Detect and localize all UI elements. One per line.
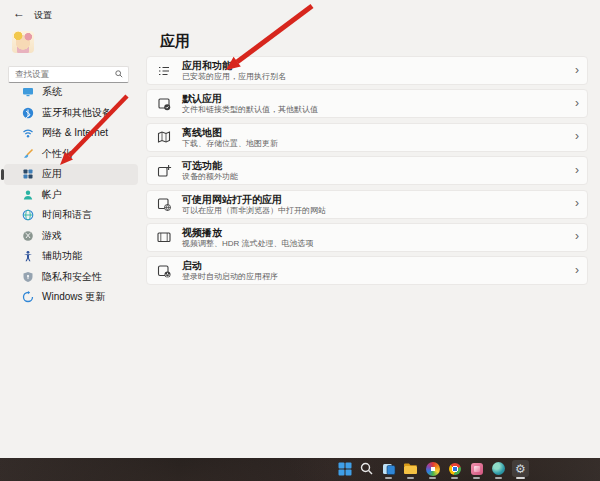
setting-subtitle: 文件和链接类型的默认值，其他默认值: [182, 105, 318, 114]
setting-subtitle: 下载、存储位置、地图更新: [182, 139, 278, 148]
sidebar-item-label: 辅助功能: [42, 249, 82, 263]
taskbar: ⚙: [0, 458, 600, 481]
setting-text: 视频播放 视频调整、HDR 流式处理、电池选项: [182, 227, 314, 248]
file-explorer-button[interactable]: [402, 460, 419, 477]
start-button[interactable]: [336, 460, 353, 477]
photos-app-button[interactable]: [468, 460, 485, 477]
task-view-button[interactable]: [380, 460, 397, 477]
back-button[interactable]: ←: [13, 6, 25, 20]
taskbar-icons: ⚙: [336, 460, 529, 477]
optional-features-icon: [156, 163, 172, 179]
search-input[interactable]: [15, 67, 107, 80]
shield-icon: [22, 271, 34, 283]
chevron-right-icon: ›: [575, 96, 579, 110]
sidebar-item-accessibility[interactable]: 辅助功能: [4, 246, 138, 267]
color-wheel-icon: [426, 462, 440, 476]
setting-text: 默认应用 文件和链接类型的默认值，其他默认值: [182, 93, 318, 114]
setting-row-offline-maps[interactable]: 离线地图 下载、存储位置、地图更新 ›: [146, 123, 588, 152]
sidebar-item-label: 个性化: [42, 147, 72, 161]
sidebar-item-label: 网络 & Internet: [42, 126, 108, 140]
setting-row-default-apps[interactable]: 默认应用 文件和链接类型的默认值，其他默认值 ›: [146, 89, 588, 118]
sidebar-item-label: 蓝牙和其他设备: [42, 106, 112, 120]
sidebar-item-label: 时间和语言: [42, 208, 92, 222]
sidebar-item-accounts[interactable]: 帐户: [4, 185, 138, 206]
user-avatar[interactable]: [12, 31, 34, 53]
settings-window: ← 设置 系统 蓝牙和其他设备: [0, 0, 600, 458]
window-title: 设置: [34, 9, 52, 22]
search-icon: [360, 462, 373, 475]
sidebar-item-system[interactable]: 系统: [4, 82, 138, 103]
sidebar-item-label: 应用: [42, 167, 62, 181]
accessibility-icon: [22, 250, 34, 262]
setting-title: 离线地图: [182, 127, 278, 138]
setting-text: 启动 登录时自动启动的应用程序: [182, 260, 278, 281]
search-icon: [115, 70, 123, 78]
apps-icon: [22, 168, 34, 180]
setting-text: 离线地图 下载、存储位置、地图更新: [182, 127, 278, 148]
taskbar-search-button[interactable]: [358, 460, 375, 477]
setting-title: 可选功能: [182, 160, 238, 171]
setting-subtitle: 已安装的应用，应用执行别名: [182, 72, 286, 81]
system-icon: [22, 86, 34, 98]
sidebar-item-windows-update[interactable]: Windows 更新: [4, 287, 138, 308]
setting-row-apps-features[interactable]: 应用和功能 已安装的应用，应用执行别名 ›: [146, 56, 588, 85]
update-icon: [22, 291, 34, 303]
sidebar-item-time-language[interactable]: 时间和语言: [4, 205, 138, 226]
startup-icon: [156, 263, 172, 279]
sidebar-item-label: 游戏: [42, 229, 62, 243]
gear-icon: ⚙: [515, 463, 526, 475]
sidebar-item-apps[interactable]: 应用: [4, 164, 138, 185]
settings-search-box[interactable]: [8, 66, 129, 83]
sidebar-item-label: Windows 更新: [42, 290, 105, 304]
task-view-icon: [382, 462, 396, 476]
chevron-right-icon: ›: [575, 62, 579, 76]
sidebar-item-bluetooth-devices[interactable]: 蓝牙和其他设备: [4, 103, 138, 124]
teal-app-icon: [492, 462, 505, 475]
video-playback-icon: [156, 229, 172, 245]
setting-text: 应用和功能 已安装的应用，应用执行别名: [182, 60, 286, 81]
person-icon: [22, 189, 34, 201]
folder-icon: [403, 462, 418, 475]
chevron-right-icon: ›: [575, 129, 579, 143]
setting-text: 可使用网站打开的应用 可以在应用（而非浏览器）中打开的网站: [182, 194, 326, 215]
page-title: 应用: [160, 32, 190, 51]
xbox-icon: [22, 230, 34, 242]
wifi-icon: [22, 127, 34, 139]
teal-app-button[interactable]: [490, 460, 507, 477]
offline-maps-icon: [156, 129, 172, 145]
globe-clock-icon: [22, 209, 34, 221]
setting-row-optional-features[interactable]: 可选功能 设备的额外功能 ›: [146, 156, 588, 185]
setting-subtitle: 可以在应用（而非浏览器）中打开的网站: [182, 206, 326, 215]
sidebar-item-privacy-security[interactable]: 隐私和安全性: [4, 267, 138, 288]
sidebar-item-label: 系统: [42, 85, 62, 99]
sidebar-item-label: 帐户: [42, 188, 62, 202]
sidebar-item-network-internet[interactable]: 网络 & Internet: [4, 123, 138, 144]
chrome-browser-button[interactable]: [446, 460, 463, 477]
chevron-right-icon: ›: [575, 263, 579, 277]
sidebar-item-gaming[interactable]: 游戏: [4, 226, 138, 247]
settings-list: 应用和功能 已安装的应用，应用执行别名 › 默认应用 文件和链接类型的默认值，其…: [146, 56, 588, 290]
paintbrush-icon: [22, 148, 34, 160]
windows-logo-icon: [338, 462, 352, 476]
color-wheel-browser-button[interactable]: [424, 460, 441, 477]
setting-row-video-playback[interactable]: 视频播放 视频调整、HDR 流式处理、电池选项 ›: [146, 223, 588, 252]
setting-title: 视频播放: [182, 227, 314, 238]
apps-features-icon: [156, 63, 172, 79]
setting-title: 可使用网站打开的应用: [182, 194, 326, 205]
photos-app-icon: [471, 463, 483, 475]
setting-row-apps-for-websites[interactable]: 可使用网站打开的应用 可以在应用（而非浏览器）中打开的网站 ›: [146, 190, 588, 219]
settings-app-button[interactable]: ⚙: [512, 460, 529, 477]
chevron-right-icon: ›: [575, 229, 579, 243]
chevron-right-icon: ›: [575, 163, 579, 177]
bluetooth-icon: [22, 107, 34, 119]
sidebar-item-label: 隐私和安全性: [42, 270, 102, 284]
setting-subtitle: 视频调整、HDR 流式处理、电池选项: [182, 239, 314, 248]
chrome-icon: [449, 463, 461, 475]
setting-row-startup[interactable]: 启动 登录时自动启动的应用程序 ›: [146, 256, 588, 285]
chevron-right-icon: ›: [575, 196, 579, 210]
sidebar-item-personalization[interactable]: 个性化: [4, 144, 138, 165]
default-apps-icon: [156, 96, 172, 112]
sidebar-nav: 系统 蓝牙和其他设备 网络 & Internet 个性化: [4, 82, 138, 308]
setting-subtitle: 设备的额外功能: [182, 172, 238, 181]
desktop-screen: ← 设置 系统 蓝牙和其他设备: [0, 0, 600, 481]
